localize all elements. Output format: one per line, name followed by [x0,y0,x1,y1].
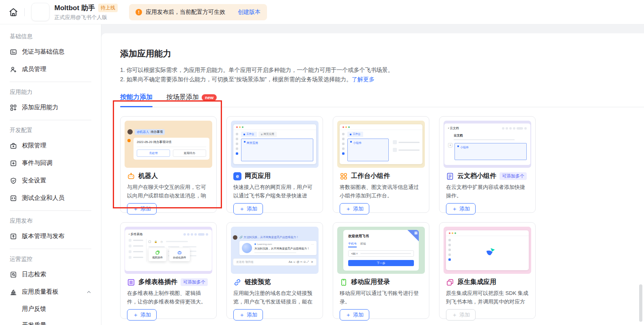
multi-badge: 可添加多个 [500,172,527,180]
bot-mention-suffix: 待办事项 [151,130,163,134]
mock-box-label: 网页应用 [247,141,258,145]
view-plugin-icon [155,250,160,255]
mock-tab-phone: 手机号 [348,242,357,247]
mock-tab-email: 邮箱 [360,242,366,247]
mock-doc-title: 云文档 [454,134,527,138]
plus-icon: ＋ [452,312,457,318]
card-bot[interactable]: @机器人待办事项 2022-05-20 待办事项详情 去处理 延期待办 [120,116,217,213]
bar-chart-icon [10,288,17,296]
tab-label: 按场景添加 [166,93,199,102]
page-desc-line1: 1. 你可以根据实际需求，为应用开启能力。单个应用可开启多种能力，一个能力可用于… [120,65,644,75]
sidebar-item-version-release[interactable]: 版本管理与发布 [0,228,101,245]
app-avatar [31,3,50,21]
avatar [233,235,237,240]
plus-icon: ＋ [345,312,351,318]
toolbar-icons: Aa ☺ @ ✂ ⊙ ⤢ [289,260,309,264]
multi-badge: 可添加多个 [181,278,208,286]
mock-primary-button: 去处理 [137,150,170,157]
add-webapp-button[interactable]: ＋添加 [233,203,263,214]
sidebar-item-label: 添加应用能力 [22,104,58,111]
shield-check-icon [10,177,17,184]
add-base-plugin-button[interactable]: ＋添加 [127,309,157,321]
card-webapp[interactable]: 工作台 网页应用 网页应用 e 网页应用 快速接入已有的网页应用，用户可以通过飞… [226,116,323,213]
card-desc: 将数据图表、图文资讯等信息通过小组件添加到工作台。 [340,183,422,200]
sidebar-item-members[interactable]: 成员管理 [0,61,101,78]
top-header: Moltbot 助手 待上线 正式应用@飞书个人版 ! 应用发布后，当前配置方可… [0,0,644,24]
chevron-up-icon[interactable] [86,290,91,295]
sidebar-subitem-dev-quality[interactable]: 开发质量 [0,317,101,325]
page-desc-line2: 2. 如果尚不确定需要添加什么能力，可切换至“按场景添加”，根据所需的业务场景选… [120,75,644,84]
mock-secondary-button: 延期待办 [173,150,206,157]
home-icon [8,7,19,17]
mock-tab: 网页应用 [264,132,274,136]
add-native-integration-button[interactable]: ＋添加 [446,309,476,321]
mock-back: ‹ 多维表格 [129,232,143,236]
view-plugin-chip: 视图插件 [149,248,166,261]
sidebar-divider [10,249,91,249]
mock-back: ‹ 云文档 [448,126,459,130]
widget-grid-icon [340,172,348,180]
sidebar-subitem-user-feedback[interactable]: 用户反馈 [0,301,101,317]
preview-image [242,243,252,253]
add-label: 添加 [247,311,257,318]
add-docs-widget-button[interactable]: ＋添加 [446,203,476,214]
sidebar-item-credentials[interactable]: 凭证与基础信息 [0,43,101,61]
card-title: 移动应用登录 [351,278,390,286]
automation-plugin-chip: 自动化插件 [169,248,190,261]
tab-by-scenario[interactable]: 按场景添加new [166,93,217,107]
add-link-preview-button[interactable]: ＋添加 [233,309,263,321]
base-plugin-thumbnail: ‹ 多维表格 🔒◷ [125,227,212,274]
app-subtitle: 正式应用@飞书个人版 [54,14,118,21]
sidebar-item-test-enterprise[interactable]: 测试企业和人员 [0,189,101,207]
card-base-plugin[interactable]: ‹ 多维表格 🔒◷ [120,222,217,319]
sidebar-item-security[interactable]: 安全设置 [0,172,101,189]
plus-icon: ＋ [452,206,457,212]
card-title: 原生集成应用 [457,278,496,286]
card-title: 工作台小组件 [351,172,390,180]
sidebar-item-add-capability[interactable]: 添加应用能力 [0,99,101,116]
add-bot-button[interactable]: ＋添加 [127,203,157,214]
card-docs-widget[interactable]: ‹ 云文档 云文档 + 小组件 云文档小组件 可添加多个 [439,116,536,213]
event-callback-icon [10,160,17,167]
sidebar-item-label: 日志检索 [22,271,46,278]
send-icon: ➤ [311,260,313,264]
main-panel: 添加应用能力 1. 你可以根据实际需求，为应用开启能力。单个应用可开启多种能力，… [101,33,644,325]
app-name: Moltbot 助手 [54,3,95,13]
plus-icon: ＋ [133,312,138,318]
vertical-scrollbar[interactable] [639,284,642,322]
sidebar-item-label: 应用质量看板 [22,288,58,296]
mock-box-label: 小组件 [460,145,469,150]
tab-by-capability[interactable]: 按能力添加 [120,93,153,107]
sidebar-item-label: 安全设置 [22,177,46,184]
create-version-link[interactable]: 创建版本 [238,9,261,16]
feishu-logo [485,246,497,258]
workplace-thumbnail: 工作台 小组件 [337,121,425,168]
sidebar-divider [10,82,91,82]
card-desc: 在云文档中扩展内容或者添加快捷操作。 [446,183,529,200]
sidebar-item-quality-dashboard[interactable]: 应用质量看板 [0,283,101,301]
sidebar-item-permissions[interactable]: 权限管理 [0,137,101,154]
upload-icon [10,233,17,240]
todo-detail: 2022-05-20 待办事项详情 [137,140,206,147]
mock-tab: 工作台 [246,132,254,136]
log-search-icon [10,271,17,278]
mock-welcome: 欢迎使用飞书 [348,234,414,239]
home-button[interactable] [6,5,20,19]
sidebar-item-events[interactable]: 事件与回调 [0,154,101,172]
doc-icon [446,172,454,180]
add-workplace-widget-button[interactable]: ＋添加 [340,203,369,214]
section-release: 应用发布 [0,214,101,228]
card-workplace-widget[interactable]: 工作台 小组件 [333,116,429,213]
member-add-icon [10,66,17,73]
add-mobile-login-button[interactable]: ＋添加 [340,309,369,321]
card-native-integration[interactable]: 原生集成应用 原生集成应用可以把原生 SDK 集成到飞书本地，并调用其中的对应方… [439,222,536,319]
section-capabilities: 应用能力 [0,86,101,99]
plus-icon: ＋ [239,206,245,212]
learn-more-link[interactable]: 了解更多 [352,76,375,82]
add-label: 添加 [140,311,151,318]
plus-icon: ＋ [239,312,245,318]
card-mobile-login[interactable]: ▦ 欢迎使用飞书 手机号 邮箱 +86 ˅ 下一步 移动应用登录 [333,222,429,319]
sidebar-item-log-search[interactable]: 日志检索 [0,266,101,283]
sidebar-item-label: 事件与回调 [22,159,52,167]
card-link-preview[interactable]: 🔗 方法到实践，从不同角度提高产品思维能力！ Learning.com 方法到实… [226,222,323,319]
